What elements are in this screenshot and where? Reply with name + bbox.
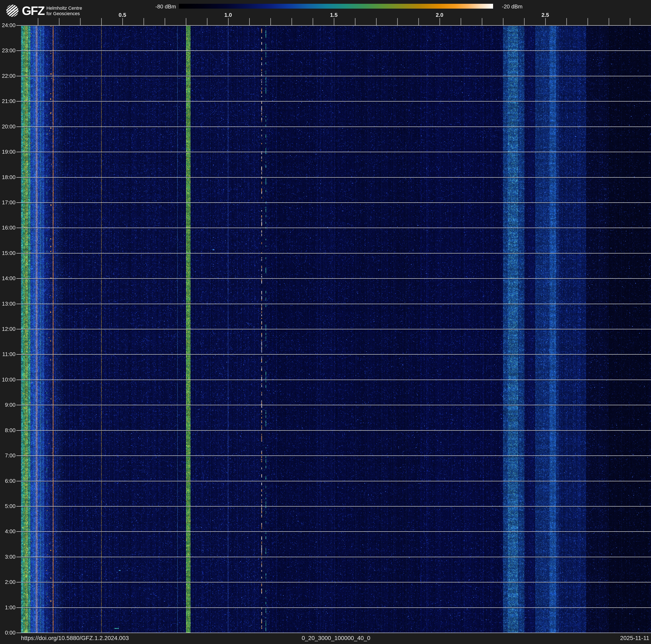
x-tick-label: 1.5 (330, 12, 338, 18)
time-tick-label: 11:00 (2, 351, 16, 357)
time-tick-label: 1:00 (5, 604, 16, 611)
time-tick-label: 21:00 (2, 98, 16, 105)
time-tick-label: 2:00 (5, 579, 16, 585)
time-tick-label: 13:00 (2, 300, 16, 307)
time-tick-label: 6:00 (5, 477, 16, 484)
date-text: 2025-11-11 (620, 635, 649, 642)
gfz-globe-icon (6, 4, 19, 17)
time-tick-label: 19:00 (2, 149, 16, 155)
institute-line1: Helmholtz Centre (46, 5, 82, 11)
spectrogram-canvas (0, 0, 651, 644)
x-tick-label: 1.0 (224, 12, 232, 18)
gfz-wordmark: GFZ (22, 5, 44, 17)
time-tick-label: 5:00 (5, 503, 16, 509)
gfz-logo: GFZ Helmholtz Centre for Geosciences (6, 4, 82, 17)
measurement-params-text: 0_20_3000_100000_40_0 (302, 635, 370, 642)
time-tick-label: 3:00 (5, 553, 16, 560)
time-tick-label: 4:00 (5, 528, 16, 535)
institute-name: Helmholtz Centre for Geosciences (46, 5, 82, 17)
time-tick-label: 23:00 (2, 47, 16, 54)
time-tick-label: 10:00 (2, 376, 16, 383)
time-tick-label: 17:00 (2, 199, 16, 206)
colorbar-max-label: -20 dBm (502, 3, 523, 10)
time-tick-label: 15:00 (2, 250, 16, 256)
x-tick-label: 2.0 (436, 12, 443, 18)
time-tick-label: 0:00 (5, 630, 16, 636)
doi-text: https://doi.org/10.5880/GFZ.1.2.2024.003 (21, 635, 129, 642)
time-tick-label: 12:00 (2, 326, 16, 332)
colorbar-gradient (179, 4, 493, 9)
time-tick-label: 16:00 (2, 225, 16, 231)
time-tick-label: 14:00 (2, 275, 16, 282)
time-tick-label: 22:00 (2, 72, 16, 79)
time-tick-label: 20:00 (2, 123, 16, 130)
colorbar-min-label: -80 dBm (155, 3, 176, 10)
institute-line2: for Geosciences (46, 11, 82, 17)
time-tick-label: 9:00 (5, 402, 16, 408)
x-tick-label: 2.5 (541, 12, 549, 18)
time-tick-label: 8:00 (5, 427, 16, 433)
spectrogram-page: GFZ Helmholtz Centre for Geosciences -80… (0, 0, 651, 644)
time-tick-label: 18:00 (2, 174, 16, 180)
x-tick-label: 0.5 (119, 12, 126, 18)
time-tick-label: 7:00 (5, 452, 16, 459)
time-tick-label: 24:00 (2, 22, 16, 29)
